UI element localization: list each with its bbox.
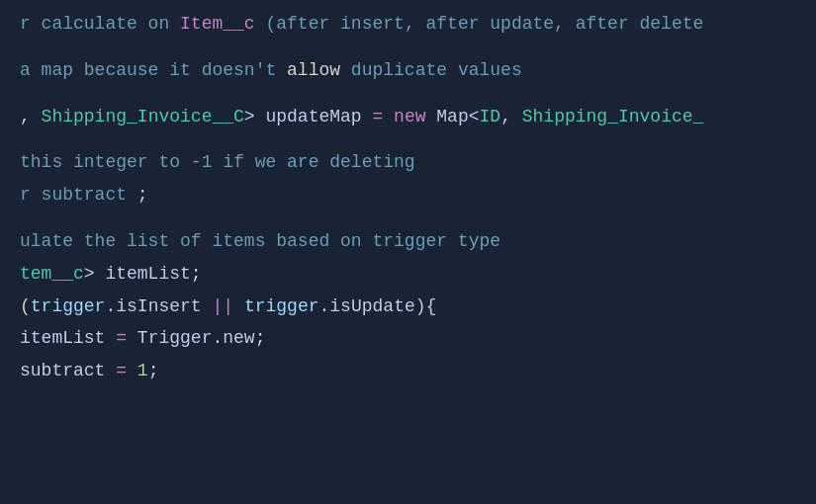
code-line — [0, 211, 816, 225]
code-token: , — [500, 107, 522, 126]
code-token: itemList — [20, 328, 116, 348]
code-line — [0, 132, 816, 146]
code-token: ; — [255, 328, 266, 348]
code-token: Map< — [426, 107, 480, 126]
code-token: ID — [480, 107, 501, 126]
code-token: || — [212, 296, 233, 316]
code-line — [0, 41, 816, 54]
code-lines: r calculate on Item__c (after insert, af… — [0, 8, 816, 387]
code-token: ; — [137, 185, 148, 205]
code-token: > itemList — [84, 264, 191, 284]
code-line: itemList = Trigger.new; — [0, 322, 816, 355]
code-token: ; — [191, 264, 202, 284]
code-token: Shipping_Invoice_ — [522, 107, 704, 126]
code-token: Item__c — [180, 14, 255, 34]
code-token: .isInsert — [105, 296, 212, 316]
code-token: , — [20, 107, 42, 126]
code-token: new — [394, 107, 425, 126]
code-token: = — [372, 107, 383, 126]
code-line: subtract = 1; — [0, 355, 816, 387]
code-token: .isUpdate){ — [319, 296, 437, 316]
code-token: ulate the list of items based on trigger… — [20, 231, 500, 251]
code-token: allow — [287, 60, 340, 80]
code-line: , Shipping_Invoice__C> updateMap = new M… — [0, 101, 816, 133]
code-token: = — [116, 328, 127, 348]
code-token: 1 — [137, 361, 148, 380]
code-token: r calculate on — [20, 14, 180, 34]
code-line: tem__c> itemList; — [0, 258, 816, 291]
code-token: a map because it doesn't — [20, 60, 287, 80]
code-token: = — [116, 361, 127, 380]
code-token: duplicate values — [340, 60, 522, 80]
code-token — [127, 361, 137, 380]
code-token: ( — [20, 296, 31, 316]
code-token: subtract — [20, 361, 116, 380]
code-token: (after insert, after update, after delet… — [255, 14, 704, 34]
code-token: trigger — [244, 296, 319, 316]
code-token: r subtract — [20, 185, 137, 205]
code-line: (trigger.isInsert || trigger.isUpdate){ — [0, 291, 816, 323]
code-line: ulate the list of items based on trigger… — [0, 225, 816, 258]
code-line: this integer to -1 if we are deleting — [0, 146, 816, 179]
code-token: tem__c — [20, 264, 84, 284]
code-line: a map because it doesn't allow duplicate… — [0, 54, 816, 87]
code-token: Shipping_Invoice__C — [42, 107, 244, 126]
code-token — [383, 107, 394, 126]
code-token: ; — [148, 361, 159, 380]
code-token — [233, 296, 244, 316]
code-line — [0, 87, 816, 101]
code-line: r subtract ; — [0, 179, 816, 211]
code-token: Trigger.new — [127, 328, 255, 348]
code-editor: r calculate on Item__c (after insert, af… — [0, 0, 816, 504]
code-token: > updateMap — [244, 107, 373, 126]
code-line: r calculate on Item__c (after insert, af… — [0, 8, 816, 41]
code-token: this integer to -1 if we are deleting — [20, 152, 415, 172]
code-token: trigger — [31, 296, 106, 316]
